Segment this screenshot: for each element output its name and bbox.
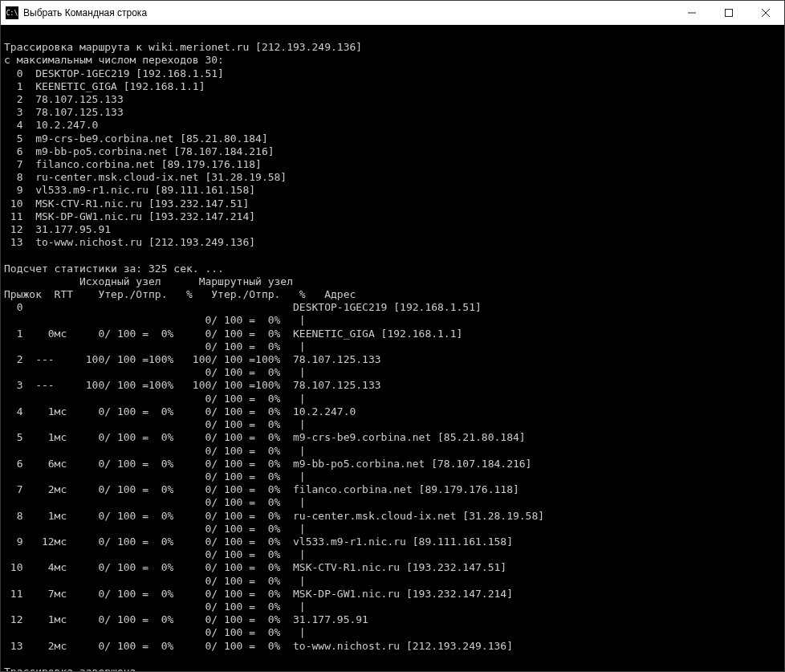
cmd-icon: C:\ [6,6,18,19]
close-button[interactable] [747,1,784,25]
maximize-button[interactable] [710,1,747,25]
terminal-output[interactable]: Трассировка маршрута к wiki.merionet.ru … [1,25,784,671]
minimize-button[interactable] [673,1,710,25]
titlebar[interactable]: C:\ Выбрать Командная строка [1,1,784,25]
command-prompt-window: C:\ Выбрать Командная строка Трассировка… [0,0,785,672]
window-title: Выбрать Командная строка [23,7,673,18]
svg-rect-1 [726,10,733,17]
window-controls [673,1,784,25]
